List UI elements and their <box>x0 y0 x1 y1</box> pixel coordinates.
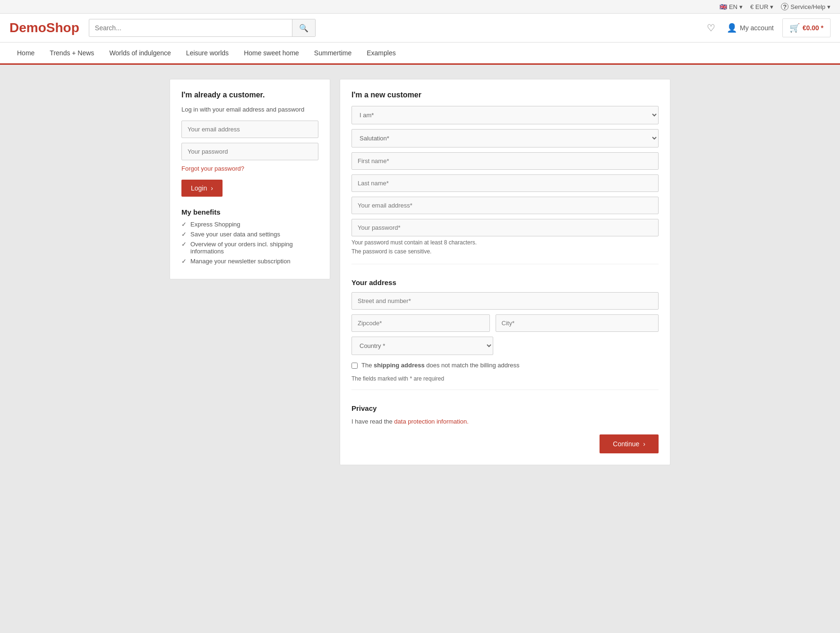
check-icon-1: ✓ <box>181 221 187 228</box>
address-section-title: Your address <box>351 274 659 286</box>
salutation-select-wrapper: Salutation* Mr. Mrs. Dr. <box>351 129 659 147</box>
header-actions: ♡ 👤 My account 🛒 €0.00 * <box>704 18 831 37</box>
main-nav: Home Trends + News Worlds of indulgence … <box>0 43 840 65</box>
login-arrow-icon: › <box>211 184 213 192</box>
language-chevron-icon: ▾ <box>739 3 743 10</box>
login-button[interactable]: Login › <box>181 180 223 197</box>
question-icon: ? <box>781 3 789 10</box>
logo-demo: Demo <box>9 20 46 35</box>
benefit-label-4: Manage your newsletter subscription <box>190 258 291 265</box>
existing-customer-title: I'm already a customer. <box>181 91 318 99</box>
search-icon: 🔍 <box>299 24 309 32</box>
country-select-wrapper: Country * Germany Austria Switzerland Un… <box>351 337 493 355</box>
check-icon-2: ✓ <box>181 231 187 238</box>
privacy-section: Privacy I have read the data protection … <box>351 399 659 425</box>
shipping-address-label: The shipping address does not match the … <box>361 362 520 369</box>
benefit-label-3: Overview of your orders incl. shipping i… <box>190 241 318 255</box>
privacy-text-before: I have read the <box>351 418 394 425</box>
continue-button[interactable]: Continue › <box>600 434 659 453</box>
required-note: The fields marked with * are required <box>351 375 659 382</box>
search-button[interactable]: 🔍 <box>292 19 315 36</box>
service-link[interactable]: ? Service/Help ▾ <box>781 3 831 10</box>
new-customer-panel: I'm a new customer I am* Mr. Mrs. Saluta… <box>340 79 670 465</box>
shipping-address-row: The shipping address does not match the … <box>351 362 659 369</box>
nav-item-examples[interactable]: Examples <box>359 43 403 63</box>
new-customer-title: I'm a new customer <box>351 91 659 99</box>
benefit-label-2: Save your user data and settings <box>190 231 280 238</box>
heart-icon: ♡ <box>707 22 715 34</box>
language-label: EN <box>729 3 737 10</box>
logo[interactable]: DemoShop <box>9 20 79 35</box>
nav-item-leisure[interactable]: Leisure worlds <box>179 43 236 63</box>
language-selector[interactable]: 🇬🇧 EN ▾ <box>720 3 743 10</box>
nav-item-worlds[interactable]: Worlds of indulgence <box>102 43 178 63</box>
my-account-label: My account <box>740 24 774 32</box>
login-label: Login <box>191 184 207 192</box>
lastname-input[interactable] <box>351 174 659 192</box>
firstname-input[interactable] <box>351 152 659 170</box>
continue-button-row: Continue › <box>351 425 659 453</box>
benefits-section: My benefits ✓ Express Shopping ✓ Save yo… <box>181 208 318 265</box>
currency-selector[interactable]: € EUR ▾ <box>750 3 773 10</box>
nav-item-home-sweet[interactable]: Home sweet home <box>236 43 307 63</box>
main-content: I'm already a customer. Log in with your… <box>160 79 680 465</box>
salutation-select[interactable]: Salutation* Mr. Mrs. Dr. <box>351 129 659 147</box>
iam-select-wrapper: I am* Mr. Mrs. <box>351 106 659 124</box>
reg-email-input[interactable] <box>351 197 659 214</box>
service-chevron-icon: ▾ <box>827 3 831 10</box>
reg-password-input[interactable] <box>351 219 659 236</box>
password-hint-line2: The password is case sensitive. <box>351 247 659 256</box>
wishlist-button[interactable]: ♡ <box>704 19 718 36</box>
benefit-1: ✓ Express Shopping <box>181 221 318 228</box>
password-hint: Your password must contain at least 8 ch… <box>351 238 659 256</box>
currency-label: € EUR <box>750 3 768 10</box>
person-icon: 👤 <box>727 23 737 33</box>
nav-item-summertime[interactable]: Summertime <box>307 43 359 63</box>
currency-chevron-icon: ▾ <box>770 3 773 10</box>
existing-customer-subtitle: Log in with your email address and passw… <box>181 106 318 113</box>
shipping-text-after: does not match the billing address <box>425 362 520 369</box>
nav-item-trends[interactable]: Trends + News <box>42 43 102 63</box>
service-label: Service/Help <box>790 3 825 10</box>
search-bar: 🔍 <box>89 19 316 37</box>
shipping-address-checkbox[interactable] <box>351 363 358 369</box>
country-select[interactable]: Country * Germany Austria Switzerland Un… <box>351 337 493 355</box>
privacy-title: Privacy <box>351 399 659 412</box>
city-input[interactable] <box>496 314 659 332</box>
zipcode-input[interactable] <box>351 314 490 332</box>
continue-label: Continue <box>613 440 639 448</box>
existing-customer-panel: I'm already a customer. Log in with your… <box>170 79 330 279</box>
iam-select[interactable]: I am* Mr. Mrs. <box>351 106 659 124</box>
check-icon-3: ✓ <box>181 241 187 248</box>
cart-button[interactable]: 🛒 €0.00 * <box>782 18 831 37</box>
top-bar: 🇬🇧 EN ▾ € EUR ▾ ? Service/Help ▾ <box>0 0 840 14</box>
password-hint-line1: Your password must contain at least 8 ch… <box>351 238 659 247</box>
search-input[interactable] <box>89 19 292 36</box>
my-account-button[interactable]: 👤 My account <box>724 20 777 36</box>
forgot-password-link[interactable]: Forgot your password? <box>181 165 318 172</box>
continue-arrow-icon: › <box>643 440 645 448</box>
shipping-text-before: The <box>361 362 374 369</box>
divider-2 <box>351 390 659 390</box>
privacy-text: I have read the data protection informat… <box>351 418 659 425</box>
privacy-link[interactable]: data protection information. <box>394 418 469 425</box>
cart-icon: 🛒 <box>789 23 800 33</box>
logo-shop: Shop <box>46 20 79 35</box>
header: DemoShop 🔍 ♡ 👤 My account 🛒 €0.00 * <box>0 14 840 43</box>
shipping-bold: shipping address <box>374 362 425 369</box>
benefit-label-1: Express Shopping <box>190 221 240 228</box>
login-email-input[interactable] <box>181 121 318 138</box>
benefit-4: ✓ Manage your newsletter subscription <box>181 258 318 265</box>
benefits-title: My benefits <box>181 208 318 216</box>
check-icon-4: ✓ <box>181 258 187 265</box>
flag-icon: 🇬🇧 <box>720 3 727 10</box>
zip-city-row <box>351 314 659 337</box>
street-input[interactable] <box>351 292 659 310</box>
divider-1 <box>351 264 659 264</box>
login-password-input[interactable] <box>181 143 318 160</box>
nav-item-home[interactable]: Home <box>9 43 42 63</box>
benefit-3: ✓ Overview of your orders incl. shipping… <box>181 241 318 255</box>
benefit-2: ✓ Save your user data and settings <box>181 231 318 238</box>
cart-price: €0.00 * <box>803 24 823 32</box>
